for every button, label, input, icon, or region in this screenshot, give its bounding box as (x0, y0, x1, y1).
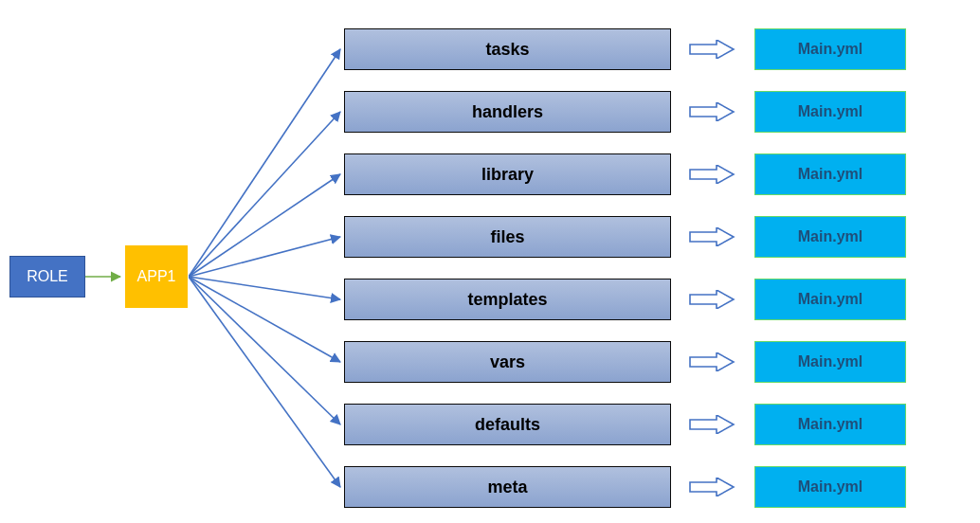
folder-label: tasks (485, 40, 529, 60)
connector-line (189, 112, 340, 277)
folder-box-meta: meta (344, 466, 671, 508)
arrow-icon (688, 40, 735, 59)
file-box-vars: Main.yml (754, 341, 906, 383)
file-box-handlers: Main.yml (754, 91, 906, 133)
file-label: Main.yml (798, 103, 862, 120)
file-label: Main.yml (798, 478, 862, 496)
file-label: Main.yml (798, 41, 862, 58)
file-label: Main.yml (798, 353, 862, 370)
arrow-icon (688, 352, 735, 371)
folder-box-defaults: defaults (344, 404, 671, 445)
file-label: Main.yml (798, 228, 862, 245)
folder-label: handlers (472, 102, 543, 122)
app-label: APP1 (137, 268, 176, 285)
folder-box-files: files (344, 216, 671, 258)
role-box: ROLE (9, 256, 85, 298)
folder-label: defaults (475, 415, 540, 435)
arrow-icon (688, 165, 735, 184)
connector-line (189, 49, 340, 277)
folder-box-handlers: handlers (344, 91, 671, 133)
connector-line (189, 277, 340, 362)
arrow-icon (688, 102, 735, 121)
file-label: Main.yml (798, 166, 862, 183)
arrow-icon (688, 478, 735, 496)
folder-label: vars (490, 352, 525, 372)
folder-box-vars: vars (344, 341, 671, 383)
connector-line (189, 237, 340, 277)
file-box-tasks: Main.yml (754, 28, 906, 70)
file-label: Main.yml (798, 291, 862, 308)
arrow-icon (688, 290, 735, 309)
role-label: ROLE (27, 268, 68, 285)
connector-line (189, 277, 340, 424)
folder-label: files (490, 227, 524, 247)
folder-label: library (481, 165, 534, 185)
file-box-templates: Main.yml (754, 279, 906, 320)
file-box-defaults: Main.yml (754, 404, 906, 445)
folder-label: meta (487, 478, 527, 497)
arrow-icon (688, 227, 735, 246)
connector-line (189, 174, 340, 277)
folder-box-library: library (344, 153, 671, 195)
file-label: Main.yml (798, 416, 862, 433)
file-box-files: Main.yml (754, 216, 906, 258)
folder-box-tasks: tasks (344, 28, 671, 70)
folder-label: templates (467, 290, 547, 310)
file-box-library: Main.yml (754, 153, 906, 195)
file-box-meta: Main.yml (754, 466, 906, 508)
app-box: APP1 (124, 244, 189, 309)
connector-line (189, 277, 340, 487)
folder-box-templates: templates (344, 279, 671, 320)
connector-line (189, 277, 340, 299)
arrow-icon (688, 415, 735, 434)
